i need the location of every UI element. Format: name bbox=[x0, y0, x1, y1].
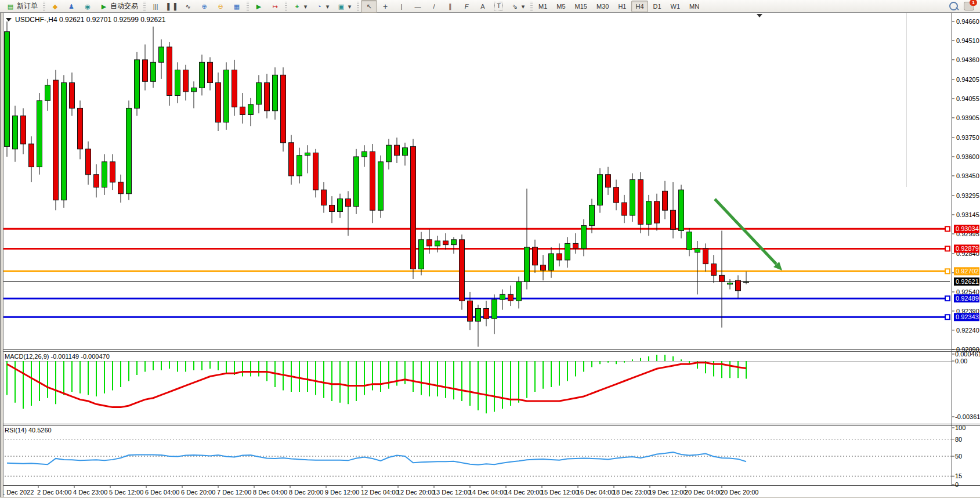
new-order-button[interactable]: ▤ 新订单 bbox=[2, 0, 41, 13]
search-icon[interactable] bbox=[949, 2, 958, 10]
chart-title: USDCHF-,H4 0.92621 0.92701 0.92599 0.926… bbox=[6, 16, 166, 24]
toolbar-grip bbox=[285, 2, 287, 11]
zoom-in-icon: ⊕ bbox=[200, 2, 209, 11]
timeframe-button-m30[interactable]: M30 bbox=[592, 1, 613, 12]
timeframe-button-m1[interactable]: M1 bbox=[534, 1, 551, 12]
dropdown-arrow-icon: ▾ bbox=[521, 2, 525, 11]
price-tick-label: 0.94360 bbox=[956, 56, 979, 63]
time-tick-label: 5 Dec 12:00 bbox=[109, 489, 143, 496]
text-label-icon: T bbox=[494, 2, 503, 10]
zoom-out-button[interactable]: ⊖ bbox=[212, 0, 229, 13]
line-chart-button[interactable]: ∿ bbox=[180, 0, 196, 13]
text-icon: A bbox=[478, 2, 487, 11]
auto-scroll-button[interactable]: ▶ bbox=[251, 0, 267, 13]
hline-anchor[interactable] bbox=[945, 315, 950, 319]
candlestick-chart-button[interactable]: ▌▐ bbox=[164, 0, 180, 13]
metaeditor-icon: ◆ bbox=[50, 2, 60, 11]
trendline-icon: / bbox=[429, 2, 439, 11]
hline-anchor[interactable] bbox=[945, 226, 950, 231]
templates-button[interactable]: ▣ ▾ bbox=[333, 0, 355, 13]
hline-anchor[interactable] bbox=[945, 246, 950, 251]
periods-button[interactable]: ◔ ▾ bbox=[311, 0, 333, 13]
cursor-tool-button[interactable]: ↖ bbox=[361, 0, 377, 13]
vertical-line-tool-button[interactable]: | bbox=[393, 0, 410, 13]
svg-text:0.92489: 0.92489 bbox=[956, 295, 979, 302]
dropdown-arrow-icon: ▾ bbox=[348, 2, 352, 11]
crosshair-icon: + bbox=[381, 2, 390, 11]
chart-window[interactable]: 0.946600.945100.943600.942050.940550.939… bbox=[0, 13, 980, 498]
time-tick-label: 14 Dec 20:00 bbox=[505, 489, 543, 496]
fibonacci-tool-button[interactable]: F bbox=[458, 0, 475, 13]
toolbar-grip bbox=[247, 2, 249, 11]
equidistant-channel-tool-button[interactable]: ∥ bbox=[442, 0, 458, 13]
price-badge: 0.92621 bbox=[954, 277, 979, 286]
autotrading-icon: ▶ bbox=[99, 2, 109, 11]
hline-anchor[interactable] bbox=[945, 269, 950, 273]
time-tick-label: 7 Dec 12:00 bbox=[217, 489, 251, 496]
price-tick-label: 0.93450 bbox=[956, 172, 979, 179]
community-icon: ♟ bbox=[67, 2, 76, 11]
price-badge: 0.92702 bbox=[954, 267, 979, 275]
symbol-ohlc-label: USDCHF-,H4 0.92621 0.92701 0.92599 0.926… bbox=[15, 16, 166, 24]
svg-text:0.93034: 0.93034 bbox=[956, 225, 979, 232]
add-indicator-button[interactable]: + ▾ bbox=[289, 0, 311, 13]
timeframe-button-h1[interactable]: H1 bbox=[614, 1, 630, 12]
signals-button[interactable]: ◉ bbox=[79, 0, 96, 13]
tile-windows-icon: ▦ bbox=[232, 2, 241, 11]
price-badge: 0.92343 bbox=[954, 313, 979, 321]
window-left-edge bbox=[0, 13, 3, 498]
arrows-tool-button[interactable]: ⇘ ▾ bbox=[507, 0, 529, 13]
timeframe-button-mn[interactable]: MN bbox=[685, 1, 703, 12]
chart-shift-button[interactable]: ↦ bbox=[267, 0, 283, 13]
autotrading-button[interactable]: ▶ 自动交易 bbox=[96, 0, 142, 13]
toolbar-grip bbox=[43, 2, 45, 11]
tile-windows-button[interactable]: ▦ bbox=[229, 0, 245, 13]
time-tick-label: 6 Dec 20:00 bbox=[181, 489, 215, 496]
time-tick-label: 9 Dec 12:00 bbox=[325, 489, 359, 496]
bars-chart-button[interactable]: ||| bbox=[147, 0, 164, 13]
hline-anchor[interactable] bbox=[945, 296, 950, 301]
time-tick-label: 8 Dec 20:00 bbox=[289, 489, 323, 496]
dropdown-arrow-icon: ▾ bbox=[326, 2, 330, 11]
price-tick-label: 0.93750 bbox=[956, 134, 979, 141]
trendline-tool-button[interactable]: / bbox=[426, 0, 442, 13]
vertical-line-icon: | bbox=[397, 2, 406, 11]
crosshair-tool-button[interactable]: + bbox=[377, 0, 393, 13]
price-tick-label: 0.92540 bbox=[956, 288, 979, 295]
price-tick-label: 0.93600 bbox=[956, 153, 979, 160]
text-label-tool-button[interactable]: T bbox=[491, 0, 507, 13]
time-tick-label: 20 Dec 20:00 bbox=[721, 489, 758, 496]
horizontal-line-tool-button[interactable]: — bbox=[410, 0, 426, 13]
cursor-icon: ↖ bbox=[364, 2, 374, 11]
chart-canvas[interactable]: 0.946600.945100.943600.942050.940550.939… bbox=[0, 13, 980, 498]
notifications-icon[interactable]: 1 bbox=[964, 2, 974, 10]
time-tick-label: 6 Dec 04:00 bbox=[145, 489, 179, 496]
time-tick-label: 20 Dec 04:00 bbox=[685, 489, 722, 496]
price-tick-label: 0.93905 bbox=[956, 114, 979, 121]
text-tool-button[interactable]: A bbox=[475, 0, 491, 13]
chart-shift-icon: ↦ bbox=[270, 2, 280, 11]
equidistant-channel-icon: ∥ bbox=[446, 2, 455, 11]
zoom-in-button[interactable]: ⊕ bbox=[196, 0, 212, 13]
auto-scroll-icon: ▶ bbox=[254, 2, 263, 11]
time-tick-label: 12 Dec 20:00 bbox=[397, 489, 435, 496]
metaeditor-button[interactable]: ◆ bbox=[47, 0, 63, 13]
toolbar-grip bbox=[357, 2, 359, 11]
timeframe-button-m15[interactable]: M15 bbox=[571, 1, 591, 12]
main-toolbar: ▤ 新订单 ◆ ♟ ◉ ▶ 自动交易 ||| ▌▐ ∿ ⊕ ⊖ ▦ ▶ ↦ + … bbox=[0, 0, 980, 13]
timeframe-button-m5[interactable]: M5 bbox=[552, 1, 569, 12]
periods-clock-icon: ◔ bbox=[314, 2, 324, 11]
autotrading-label: 自动交易 bbox=[110, 1, 138, 11]
timeframe-switcher: M1M5M15M30H1H4D1W1MN bbox=[534, 1, 703, 12]
line-chart-icon: ∿ bbox=[183, 2, 193, 11]
timeframe-button-d1[interactable]: D1 bbox=[649, 1, 666, 12]
timeframe-button-w1[interactable]: W1 bbox=[667, 1, 685, 12]
dropdown-arrow-icon: ▾ bbox=[303, 2, 308, 11]
time-tick-label: 13 Dec 12:00 bbox=[433, 489, 471, 496]
rsi-axis-label: 80 bbox=[955, 436, 962, 443]
community-button[interactable]: ♟ bbox=[63, 0, 79, 13]
time-tick-label: 14 Dec 04:00 bbox=[469, 489, 507, 496]
price-tick-label: 0.93145 bbox=[956, 211, 979, 218]
price-tick-label: 0.92240 bbox=[956, 327, 979, 334]
timeframe-button-h4[interactable]: H4 bbox=[631, 1, 648, 12]
